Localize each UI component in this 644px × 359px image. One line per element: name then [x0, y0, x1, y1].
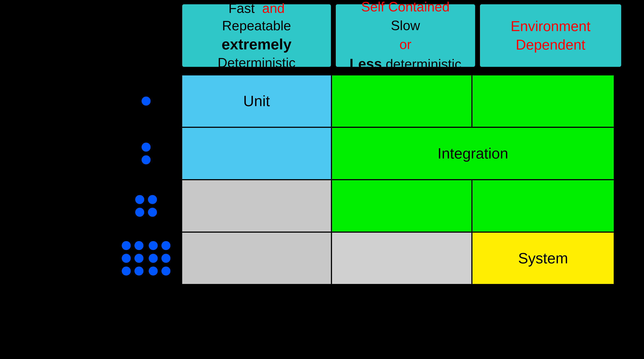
- dot-7: [122, 241, 131, 250]
- dot-4: [148, 195, 157, 204]
- dot-1: [142, 143, 150, 152]
- dot-row-1: [112, 75, 180, 127]
- header-cell-self-contained-line1: Self Contained: [350, 0, 461, 16]
- dot-row-4: [112, 232, 180, 285]
- dot-8: [134, 241, 144, 250]
- main-container: Fast and Repeatable extremely Determinis…: [0, 0, 644, 359]
- dot-row-2: [112, 127, 180, 180]
- dot-2: [142, 155, 150, 164]
- header-cell-self-contained: Self Contained Slow or Less deterministi…: [335, 4, 476, 67]
- header-cell-fast-line1: Fast and: [218, 0, 296, 17]
- grid-cell-r3-c2: [332, 180, 472, 232]
- grid-cell-r4-c2: [332, 232, 472, 285]
- dot-5: [135, 208, 144, 217]
- dot-6: [148, 208, 157, 217]
- grid-cell-r2-c1: [182, 127, 332, 180]
- header-cell-self-contained-line2: Slow: [350, 16, 461, 35]
- header-cell-self-contained-line4: Less deterministic: [350, 54, 461, 74]
- dot-15: [149, 254, 158, 263]
- grid-row-1: Unit: [182, 75, 640, 127]
- grid-cell-integration: Integration: [332, 127, 614, 180]
- dot-16: [162, 254, 170, 263]
- integration-label: Integration: [438, 145, 508, 162]
- dot-10: [134, 254, 144, 263]
- dot-3: [135, 195, 144, 204]
- header-cell-fast: Fast and Repeatable extremely Determinis…: [182, 4, 332, 67]
- dot-group-double: [140, 141, 152, 165]
- dot-single: [142, 97, 150, 106]
- dot-group-octet: [120, 240, 172, 277]
- dots-area: [112, 75, 180, 285]
- grid-cell-system: System: [472, 232, 614, 285]
- dot-12: [134, 267, 144, 276]
- grid-cell-r3-c3: [472, 180, 614, 232]
- dot-quad-row2: [134, 207, 158, 218]
- header-cell-fast-line3: extremely: [218, 35, 296, 54]
- unit-label: Unit: [243, 92, 270, 110]
- system-label: System: [518, 250, 568, 267]
- header-cell-environment-line2: Dependent: [511, 35, 591, 54]
- grid-cell-unit: Unit: [182, 75, 332, 127]
- dot-row-3: [112, 180, 180, 232]
- dot-9: [122, 254, 131, 263]
- dot-quad-row1: [134, 194, 158, 205]
- header-cell-fast-line4: Deterministic: [218, 54, 296, 72]
- header-cell-environment: Environment Dependent: [480, 4, 622, 67]
- grid-cell-r1-c2: [332, 75, 472, 127]
- dot-group-quad: [134, 194, 158, 218]
- dot-18: [162, 267, 170, 276]
- grid-row-4: System: [182, 232, 640, 285]
- grid-cell-r3-c1: [182, 180, 332, 232]
- header-cell-environment-line1: Environment: [511, 17, 591, 35]
- dot-14: [162, 241, 170, 250]
- dot-13: [149, 241, 158, 250]
- grid-row-3: [182, 180, 640, 232]
- grid-cell-r1-c3: [472, 75, 614, 127]
- dot-17: [149, 267, 158, 276]
- dot-11: [122, 267, 131, 276]
- header-cell-self-contained-line3: or: [350, 35, 461, 54]
- header-cell-fast-line2: Repeatable: [218, 17, 296, 35]
- grid-area: Unit Integration System: [182, 75, 640, 285]
- grid-cell-r4-c1: [182, 232, 332, 285]
- header-row: Fast and Repeatable extremely Determinis…: [182, 4, 640, 67]
- grid-row-2: Integration: [182, 127, 640, 180]
